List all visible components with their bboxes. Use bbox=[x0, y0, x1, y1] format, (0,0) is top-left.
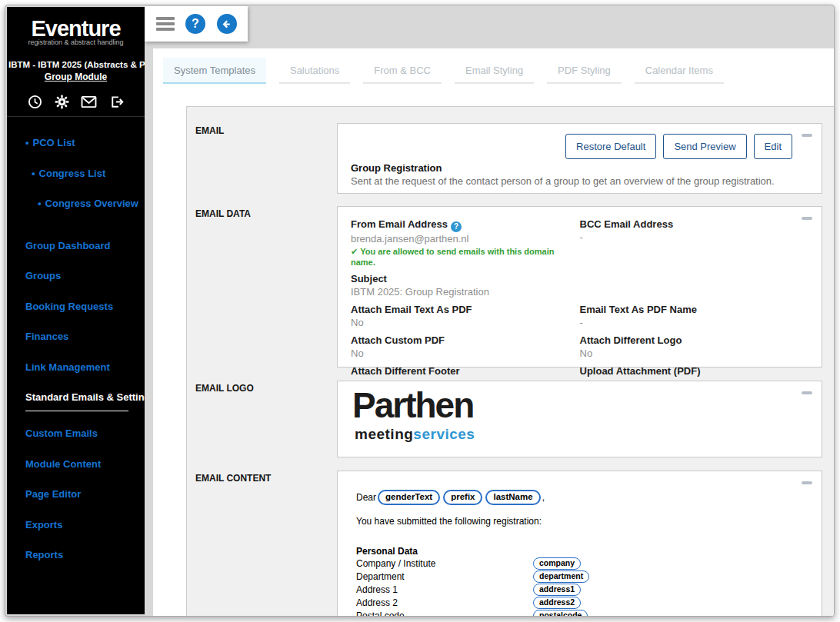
tab-email-styling[interactable]: Email Styling bbox=[455, 58, 534, 84]
app-logo-tagline: registration & abstract handling bbox=[7, 38, 145, 46]
section-label-email: EMAIL bbox=[187, 123, 337, 194]
clock-icon[interactable] bbox=[28, 95, 42, 109]
sidebar-item-group-dashboard[interactable]: Group Dashboard bbox=[7, 240, 145, 251]
sidebar-item-congress-list[interactable]: •Congress List bbox=[7, 168, 145, 179]
sidebar-item-groups[interactable]: Groups bbox=[7, 270, 145, 281]
bcc-email-label: BCC Email Address bbox=[580, 218, 809, 231]
send-preview-button[interactable]: Send Preview bbox=[663, 134, 746, 159]
sidebar-item-module-content[interactable]: Module Content bbox=[7, 458, 145, 470]
tab-pdf-styling[interactable]: PDF Styling bbox=[547, 58, 622, 84]
merge-token-lastname[interactable]: lastName bbox=[485, 490, 540, 505]
attach-different-footer-label: Attach Different Footer bbox=[351, 365, 580, 378]
parthen-logo-subtitle: meetingservices bbox=[355, 426, 475, 443]
screenshot-root: Eventure registration & abstract handlin… bbox=[0, 0, 840, 622]
sidebar-item-standard-emails-settings[interactable]: Standard Emails & Settings bbox=[7, 391, 145, 403]
merge-token-department[interactable]: department bbox=[533, 570, 589, 583]
app-logo: Eventure registration & abstract handlin… bbox=[7, 7, 145, 46]
sidebar-item-pco-list[interactable]: •PCO List bbox=[7, 137, 145, 148]
sidebar-item-link-management[interactable]: Link Management bbox=[7, 361, 145, 373]
greeting-suffix: , bbox=[542, 492, 545, 503]
merge-token-postalcode[interactable]: postalcode bbox=[533, 610, 588, 617]
field-attach-custom-pdf: Attach Custom PDF No bbox=[351, 334, 580, 360]
email-content-card: Dear genderText prefix lastName , You ha… bbox=[337, 471, 822, 616]
field-email-text-pdf-name: Email Text As PDF Name - bbox=[580, 304, 809, 329]
sidebar-item-page-editor[interactable]: Page Editor bbox=[7, 488, 145, 500]
congress-title: IBTM - IBTM 2025 (Abstracts & Par... bbox=[7, 60, 145, 69]
sidebar-item-booking-requests[interactable]: Booking Requests bbox=[7, 301, 145, 312]
content-row-postalcode: Postal code postalcode bbox=[356, 609, 806, 616]
tab-calendar-items[interactable]: Calendar Items bbox=[635, 58, 724, 84]
merge-token-gendertext[interactable]: genderText bbox=[378, 490, 440, 505]
collapse-icon[interactable] bbox=[802, 391, 812, 394]
sidebar-item-reports[interactable]: Reports bbox=[7, 549, 145, 560]
merge-token-company[interactable]: company bbox=[533, 557, 581, 570]
greeting-prefix: Dear bbox=[356, 492, 376, 503]
sidebar-item-custom-emails[interactable]: Custom Emails bbox=[7, 427, 145, 439]
merge-token-prefix[interactable]: prefix bbox=[443, 490, 482, 505]
gear-icon[interactable] bbox=[55, 95, 69, 109]
field-attach-different-logo: Attach Different Logo No bbox=[580, 334, 809, 360]
section-label-email-logo: EMAIL LOGO bbox=[187, 381, 337, 457]
bcc-email-value: - bbox=[580, 231, 809, 244]
attach-custom-pdf-label: Attach Custom PDF bbox=[351, 334, 580, 347]
content-row-department: Department department bbox=[356, 570, 806, 583]
collapse-icon[interactable] bbox=[802, 217, 812, 220]
settings-panel: EMAIL Restore Default Send Preview Edit … bbox=[186, 106, 834, 616]
active-item-underline bbox=[25, 411, 128, 411]
group-module-link[interactable]: Group Module bbox=[7, 72, 145, 82]
attach-different-logo-label: Attach Different Logo bbox=[580, 334, 809, 347]
bullet-icon: • bbox=[38, 198, 42, 209]
field-bcc-email: BCC Email Address - bbox=[580, 218, 809, 268]
logout-icon[interactable] bbox=[109, 95, 124, 109]
nav-spacer bbox=[7, 228, 145, 240]
tab-system-templates[interactable]: System Templates bbox=[163, 58, 266, 84]
email-template-title: Group Registration bbox=[351, 162, 442, 174]
email-text-pdf-name-label: Email Text As PDF Name bbox=[580, 304, 809, 316]
menu-icon[interactable] bbox=[156, 15, 175, 34]
tab-salutations[interactable]: Salutations bbox=[279, 58, 350, 84]
email-body-intro: You have submitted the following registr… bbox=[356, 516, 806, 527]
bullet-icon: • bbox=[32, 168, 35, 179]
tab-from-bcc[interactable]: From & BCC bbox=[363, 58, 442, 84]
subject-label: Subject bbox=[351, 273, 580, 285]
merge-token-address1[interactable]: address1 bbox=[533, 584, 581, 596]
field-help-icon[interactable]: ? bbox=[451, 221, 462, 232]
email-data-card: From Email Address? brenda.jansen@parthe… bbox=[337, 206, 822, 368]
sidebar: Eventure registration & abstract handlin… bbox=[7, 7, 145, 614]
section-email-data: EMAIL DATA From Email Address? brenda.ja… bbox=[187, 206, 834, 368]
section-label-email-data: EMAIL DATA bbox=[187, 206, 337, 368]
section-label-email-content: EMAIL CONTENT bbox=[187, 471, 337, 616]
sidebar-divider bbox=[7, 116, 145, 117]
section-email: EMAIL Restore Default Send Preview Edit … bbox=[187, 123, 834, 194]
sidebar-item-finances[interactable]: Finances bbox=[7, 331, 145, 342]
content-row-address1: Address 1 address1 bbox=[356, 583, 806, 596]
edit-button[interactable]: Edit bbox=[754, 134, 792, 159]
collapse-icon[interactable] bbox=[802, 481, 812, 484]
field-from-email: From Email Address? brenda.jansen@parthe… bbox=[351, 218, 580, 268]
parthen-logo: Parthen bbox=[352, 386, 473, 424]
mail-icon[interactable] bbox=[81, 95, 97, 108]
merge-token-address2[interactable]: address2 bbox=[533, 597, 581, 609]
email-card-actions: Restore Default Send Preview Edit bbox=[565, 134, 792, 159]
app-window: Eventure registration & abstract handlin… bbox=[5, 5, 835, 617]
section-email-logo: EMAIL LOGO Parthen meetingservices bbox=[187, 381, 834, 457]
field-empty bbox=[580, 273, 809, 298]
restore-default-button[interactable]: Restore Default bbox=[565, 134, 656, 159]
back-icon[interactable] bbox=[217, 14, 237, 34]
sidebar-icon-bar bbox=[7, 94, 145, 109]
collapse-icon[interactable] bbox=[802, 134, 812, 137]
content-row-company: Company / Institute company bbox=[356, 557, 806, 570]
attach-custom-pdf-value: No bbox=[351, 347, 580, 360]
sidebar-item-exports[interactable]: Exports bbox=[7, 519, 145, 531]
top-toolbar: ? bbox=[145, 6, 248, 42]
sidebar-item-congress-overview[interactable]: •Congress Overview bbox=[7, 198, 145, 209]
section-email-content: EMAIL CONTENT Dear genderText prefix las… bbox=[187, 471, 834, 616]
attach-different-logo-value: No bbox=[580, 347, 809, 360]
check-icon: ✔ bbox=[351, 247, 358, 256]
email-template-description: Sent at the request of the contact perso… bbox=[351, 175, 775, 187]
personal-data-heading: Personal Data bbox=[356, 546, 806, 557]
domain-allowed-note: You are allowed to send emails with this… bbox=[351, 247, 554, 267]
email-logo-card: Parthen meetingservices bbox=[337, 381, 822, 457]
help-icon[interactable]: ? bbox=[185, 14, 205, 34]
app-logo-title: Eventure bbox=[7, 17, 145, 40]
